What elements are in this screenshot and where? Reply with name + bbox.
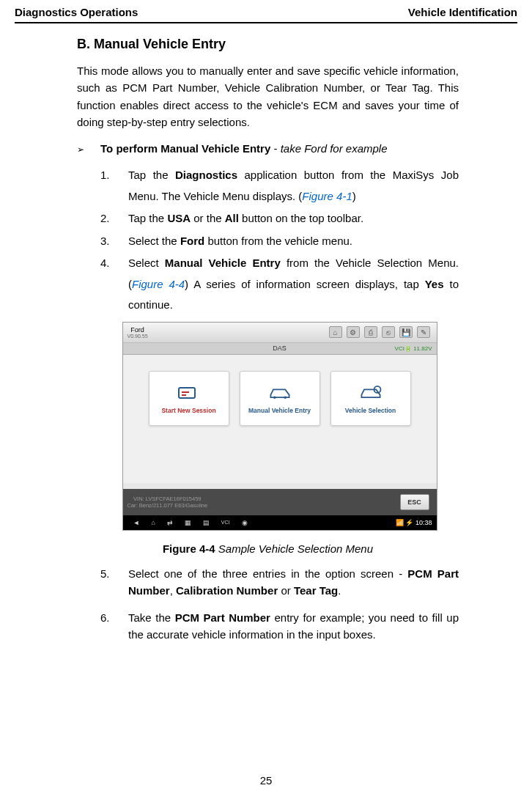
header-rule [15, 22, 517, 23]
figure: Ford V0.90.55 ⌂ ⚙ ⎙ ⎋ 💾 ✎ DAS VCI🔋 11.82… [100, 322, 459, 534]
camera-icon[interactable]: ◉ [242, 519, 248, 526]
vin-text: VIN: LVSFCFAE16F015459 [128, 496, 208, 502]
svg-point-3 [273, 396, 276, 399]
step-2: 2. Tap the USA or the All button on the … [100, 208, 459, 229]
android-navbar: ◄ ⌂ ⇄ ▦ ▤ VCI ◉ 📶 ⚡ 10:38 [123, 515, 437, 530]
svg-point-4 [284, 396, 287, 399]
card-start-new-session[interactable]: Start New Session [149, 371, 229, 426]
card-label: Manual Vehicle Entry [248, 407, 311, 414]
header-right: Vehicle Identification [408, 6, 517, 18]
car-text: Car: Benz/211.077 E63/Gasoline [128, 502, 208, 509]
step-6: 6. Take the PCM Part Number entry for ex… [100, 609, 459, 644]
step-number: 2. [100, 208, 128, 229]
task-sep: - [270, 142, 280, 155]
intro-paragraph: This mode allows you to manually enter a… [77, 62, 459, 130]
figure-link[interactable]: Figure 4-4 [132, 278, 185, 290]
voltage-label: VCI🔋 11.82V [395, 345, 432, 352]
card-vehicle-selection[interactable]: Vehicle Selection [330, 371, 411, 426]
page-number: 25 [0, 774, 532, 787]
task-heading: ➢ To perform Manual Vehicle Entry - take… [77, 142, 459, 155]
ss-version: V0.90.55 [128, 334, 148, 339]
step-1: 1. Tap the Diagnostics application butto… [100, 165, 459, 207]
setting-icon[interactable]: ⚙ [347, 326, 360, 338]
car-icon [267, 382, 293, 402]
step-number: 6. [100, 609, 128, 644]
chevron-right-icon: ➢ [77, 144, 84, 155]
back-icon[interactable]: ◄ [133, 519, 140, 526]
recent-icon[interactable]: ⇄ [167, 519, 173, 526]
figure-link[interactable]: Figure 4-1 [302, 190, 352, 202]
step-3: 3. Select the Ford button from the vehic… [100, 231, 459, 252]
step-number: 1. [100, 165, 128, 207]
clock: 📶 ⚡ 10:38 [396, 519, 432, 526]
ss-dasbar: DAS VCI🔋 11.82V [123, 343, 437, 355]
edit-icon[interactable]: ✎ [417, 326, 430, 338]
vci-nav-icon[interactable]: VCI [221, 520, 230, 525]
task-bold: To perform Manual Vehicle Entry [100, 142, 270, 155]
print-icon[interactable]: ⎙ [364, 326, 377, 338]
car-nav-icon[interactable]: ▤ [203, 519, 210, 526]
ss-main: Start New Session Manual Vehicle Entry V… [123, 355, 437, 483]
step-number: 4. [100, 253, 128, 316]
esc-button[interactable]: ESC [400, 494, 429, 510]
home-icon[interactable]: ⌂ [151, 519, 155, 526]
header-left: Diagnostics Operations [15, 6, 138, 18]
screenshot-image: Ford V0.90.55 ⌂ ⚙ ⎙ ⎋ 💾 ✎ DAS VCI🔋 11.82… [122, 322, 437, 531]
step-4: 4. Select Manual Vehicle Entry from the … [100, 253, 459, 316]
task-italic: take Ford for example [281, 142, 388, 155]
step-5: 5. Select one of the three entries in th… [100, 565, 459, 600]
session-icon [176, 382, 202, 402]
ss-brand: Ford [128, 326, 148, 334]
step-number: 3. [100, 231, 128, 252]
home-icon[interactable]: ⌂ [329, 326, 342, 338]
car-search-icon [358, 382, 384, 402]
step-number: 5. [100, 565, 128, 600]
ss-footer: VIN: LVSFCFAE16F015459 Car: Benz/211.077… [123, 489, 437, 515]
figure-number: Figure 4-4 [163, 542, 215, 555]
das-label: DAS [273, 345, 287, 352]
figure-caption: Figure 4-4 Sample Vehicle Selection Menu [77, 542, 459, 555]
wifi-icon[interactable]: ⎋ [382, 326, 395, 338]
section-title: B. Manual Vehicle Entry [77, 37, 459, 52]
card-label: Vehicle Selection [345, 407, 396, 414]
ss-topbar: Ford V0.90.55 ⌂ ⚙ ⎙ ⎋ 💾 ✎ [123, 323, 437, 343]
card-label: Start New Session [161, 407, 215, 414]
card-manual-vehicle-entry[interactable]: Manual Vehicle Entry [240, 371, 320, 426]
figure-text: Sample Vehicle Selection Menu [215, 542, 373, 555]
save-icon[interactable]: 💾 [399, 326, 413, 338]
app-icon[interactable]: ▦ [185, 519, 191, 526]
